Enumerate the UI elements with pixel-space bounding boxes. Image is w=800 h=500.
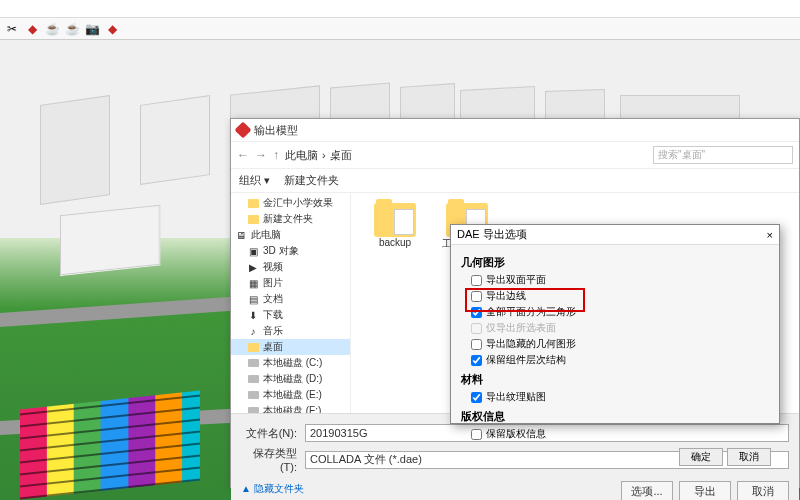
folder-icon [247,197,259,209]
check-two-sided[interactable]: 导出双面平面 [461,272,769,288]
tree-item[interactable]: ♪音乐 [231,323,350,339]
desktop-icon [247,341,259,353]
group-credits: 版权信息 [461,409,769,424]
dialog-toolbar: 组织 ▾ 新建文件夹 [231,169,799,193]
hide-folders-link[interactable]: ▲ 隐藏文件夹 [241,482,304,496]
main-toolbar: ✂ ◆ ☕ ☕ 📷 ◆ [0,18,800,40]
camera-icon[interactable]: 📷 [84,21,100,37]
app-icon [235,122,252,139]
dl-icon: ⬇ [247,309,259,321]
dialog-titlebar[interactable]: 输出模型 [231,119,799,141]
close-icon[interactable]: × [767,229,773,241]
tree-item-label: 本地磁盘 (D:) [263,372,322,386]
drive-icon [247,373,259,385]
building [140,95,210,185]
stripes [20,391,200,500]
video-icon: ▶ [247,261,259,273]
tree-item-label: 文档 [263,292,283,306]
tree-item-label: 视频 [263,260,283,274]
check-hierarchy[interactable]: 导出隐藏的几何图形 [461,336,769,352]
pic-icon: ▦ [247,277,259,289]
tree-item[interactable]: 本地磁盘 (C:) [231,355,350,371]
tree-item-label: 本地磁盘 (E:) [263,388,322,402]
tree-item-label: 下载 [263,308,283,322]
colorful-building [20,391,200,500]
tree-item-label: 本地磁盘 (F:) [263,404,321,413]
nav-forward-icon[interactable]: → [255,148,267,162]
options-body: 几何图形 导出双面平面 导出边线 全部平面分为三角形 仅导出所选表面 导出隐藏的… [451,245,779,448]
file-item[interactable]: backup [365,203,425,248]
group-materials: 材料 [461,372,769,387]
check-preserve-hierarchy[interactable]: 保留组件层次结构 [461,352,769,368]
tree-item[interactable]: 桌面 [231,339,350,355]
pc-icon: 🖥 [235,229,247,241]
cube-icon: ▣ [247,245,259,257]
dae-options-dialog: DAE 导出选项 × 几何图形 导出双面平面 导出边线 全部平面分为三角形 仅导… [450,224,780,424]
tree-item-label: 3D 对象 [263,244,299,258]
music-icon: ♪ [247,325,259,337]
scissors-icon[interactable]: ✂ [4,21,20,37]
options-cancel-button[interactable]: 取消 [727,448,771,466]
check-hidden: 仅导出所选表面 [461,320,769,336]
teapot-icon[interactable]: ☕ [44,21,60,37]
folder-icon [374,203,416,237]
building [60,205,160,276]
tree-item[interactable]: ▦图片 [231,275,350,291]
tree-item-label: 音乐 [263,324,283,338]
tree-item-label: 此电脑 [251,228,281,242]
group-geometry: 几何图形 [461,255,769,270]
breadcrumb-item[interactable]: 桌面 [330,148,352,163]
options-button[interactable]: 选项... [621,481,673,500]
breadcrumb-item[interactable]: 此电脑 [285,148,318,163]
tree-item[interactable]: ▤文档 [231,291,350,307]
doc-icon: ▤ [247,293,259,305]
dialog-title: 输出模型 [254,123,298,138]
drive-icon [247,405,259,413]
tree-item[interactable]: ▶视频 [231,259,350,275]
drive-icon [247,389,259,401]
check-triangulate[interactable]: 全部平面分为三角形 [461,304,769,320]
tree-item-label: 金汇中小学效果 [263,196,333,210]
check-credits[interactable]: 保留版权信息 [461,426,769,442]
drive-icon [247,357,259,369]
nav-bar: ← → ↑ 此电脑 › 桌面 搜索"桌面" [231,141,799,169]
tree-item[interactable]: 金汇中小学效果 [231,195,350,211]
nav-back-icon[interactable]: ← [237,148,249,162]
tree-item-label: 新建文件夹 [263,212,313,226]
chevron-right-icon: › [322,149,326,161]
tree-item-label: 图片 [263,276,283,290]
tree-item-label: 本地磁盘 (C:) [263,356,322,370]
tree-item[interactable]: 本地磁盘 (E:) [231,387,350,403]
ok-button[interactable]: 确定 [679,448,723,466]
filetype-label: 保存类型(T): [241,446,297,473]
search-input[interactable]: 搜索"桌面" [653,146,793,164]
new-folder-button[interactable]: 新建文件夹 [284,173,339,188]
cancel-button[interactable]: 取消 [737,481,789,500]
tree-item-label: 桌面 [263,340,283,354]
organize-menu[interactable]: 组织 ▾ [239,173,270,188]
file-label: backup [379,237,411,248]
filename-label: 文件名(N): [241,426,297,441]
tree-item[interactable]: 本地磁盘 (F:) [231,403,350,413]
options-buttons: 确定 取消 [451,448,779,472]
breadcrumb[interactable]: 此电脑 › 桌面 [285,148,647,163]
export-button[interactable]: 导出 [679,481,731,500]
tree-item[interactable]: 新建文件夹 [231,211,350,227]
ruby-icon[interactable]: ◆ [24,21,40,37]
menubar [0,0,800,18]
building [40,95,110,205]
tree-item[interactable]: 本地磁盘 (D:) [231,371,350,387]
tree-item[interactable]: ▣3D 对象 [231,243,350,259]
folder-icon [247,213,259,225]
tree-item[interactable]: ⬇下载 [231,307,350,323]
options-title: DAE 导出选项 [457,227,527,242]
tree-item[interactable]: 🖥此电脑 [231,227,350,243]
check-texture[interactable]: 导出纹理贴图 [461,389,769,405]
options-titlebar[interactable]: DAE 导出选项 × [451,225,779,245]
folder-tree[interactable]: 金汇中小学效果新建文件夹🖥此电脑▣3D 对象▶视频▦图片▤文档⬇下载♪音乐桌面本… [231,193,351,413]
check-edges[interactable]: 导出边线 [461,288,769,304]
ruby2-icon[interactable]: ◆ [104,21,120,37]
teapot2-icon[interactable]: ☕ [64,21,80,37]
nav-up-icon[interactable]: ↑ [273,148,279,162]
